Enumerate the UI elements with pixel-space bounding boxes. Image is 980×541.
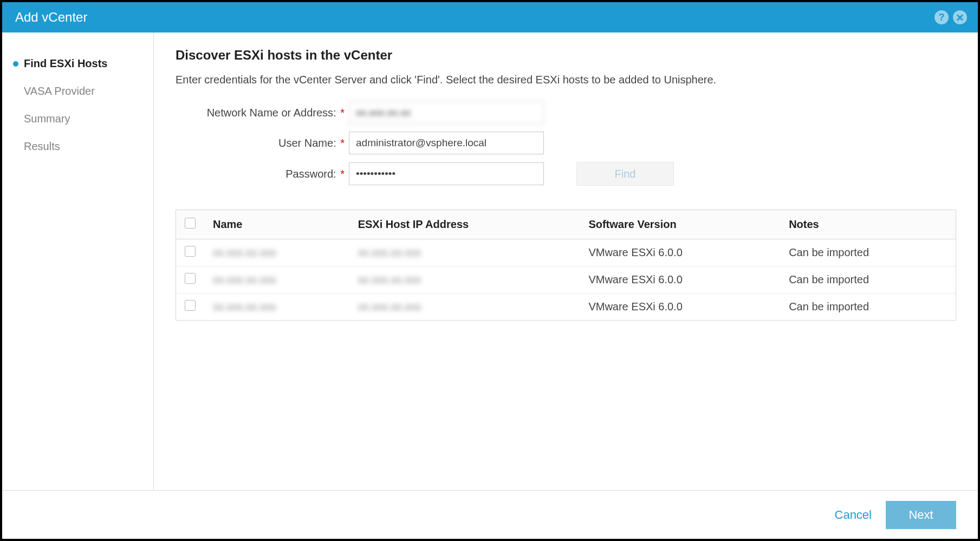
step-vasa-provider[interactable]: VASA Provider [2, 77, 153, 105]
cell-name: xx.xxx.xx.xxx [213, 301, 276, 312]
add-vcenter-dialog: Add vCenter ? Find ESXi Hosts VASA Provi… [0, 0, 980, 541]
col-notes[interactable]: Notes [780, 210, 956, 239]
wizard-steps-sidebar: Find ESXi Hosts VASA Provider Summary Re… [2, 32, 154, 490]
cell-notes: Can be imported [780, 239, 956, 266]
step-label: Find ESXi Hosts [24, 57, 107, 69]
table-header-row: Name ESXi Host IP Address Software Versi… [176, 210, 956, 239]
cell-ip: xx.xxx.xx.xxx [358, 246, 421, 258]
dialog-titlebar: Add vCenter ? [2, 2, 978, 32]
main-panel: Discover ESXi hosts in the vCenter Enter… [154, 32, 978, 490]
esxi-hosts-table: Name ESXi Host IP Address Software Versi… [176, 210, 956, 320]
select-all-header [176, 210, 204, 239]
page-heading: Discover ESXi hosts in the vCenter [176, 48, 956, 63]
username-field[interactable] [349, 132, 544, 154]
dialog-body: Find ESXi Hosts VASA Provider Summary Re… [2, 32, 978, 490]
cell-ip: xx.xxx.xx.xxx [358, 273, 421, 285]
password-row: Password: * Find [176, 162, 956, 186]
step-find-esxi-hosts[interactable]: Find ESXi Hosts [2, 50, 153, 77]
step-results[interactable]: Results [2, 133, 153, 160]
cancel-button[interactable]: Cancel [835, 508, 872, 522]
page-instruction: Enter credentials for the vCenter Server… [176, 74, 956, 86]
network-address-row: Network Name or Address: * [176, 101, 956, 124]
username-label: User Name: * [176, 137, 349, 149]
col-version[interactable]: Software Version [580, 210, 780, 239]
step-label: VASA Provider [24, 85, 95, 97]
step-summary[interactable]: Summary [2, 105, 153, 133]
esxi-hosts-table-wrap: Name ESXi Host IP Address Software Versi… [176, 210, 956, 321]
dialog-title: Add vCenter [15, 10, 87, 25]
close-icon[interactable] [953, 10, 967, 24]
required-mark: * [338, 107, 345, 119]
cell-version: VMware ESXi 6.0.0 [580, 239, 780, 266]
table-row[interactable]: xx.xxx.xx.xxx xx.xxx.xx.xxx VMware ESXi … [176, 239, 956, 266]
row-checkbox[interactable] [185, 300, 196, 311]
next-button[interactable]: Next [886, 501, 956, 529]
titlebar-icons: ? [934, 10, 967, 24]
cell-notes: Can be imported [780, 294, 956, 321]
step-label: Results [24, 140, 60, 152]
network-address-field[interactable] [349, 101, 544, 124]
table-row[interactable]: xx.xxx.xx.xxx xx.xxx.xx.xxx VMware ESXi … [176, 266, 956, 294]
row-checkbox[interactable] [185, 273, 196, 284]
row-checkbox[interactable] [185, 246, 196, 257]
credentials-form: Network Name or Address: * User Name: * … [176, 101, 956, 193]
password-field[interactable] [349, 162, 544, 185]
cell-name: xx.xxx.xx.xxx [213, 273, 276, 285]
dialog-footer: Cancel Next [2, 490, 978, 539]
select-all-checkbox[interactable] [185, 218, 196, 229]
password-label: Password: * [176, 168, 349, 180]
col-ip[interactable]: ESXi Host IP Address [349, 210, 580, 239]
required-mark: * [338, 137, 345, 149]
cell-ip: xx.xxx.xx.xxx [358, 301, 421, 312]
step-label: Summary [24, 113, 70, 125]
required-mark: * [338, 168, 345, 180]
find-button[interactable]: Find [576, 162, 674, 186]
cell-version: VMware ESXi 6.0.0 [580, 266, 780, 294]
col-name[interactable]: Name [204, 210, 349, 239]
cell-name: xx.xxx.xx.xxx [213, 246, 276, 258]
username-row: User Name: * [176, 132, 956, 154]
network-address-label: Network Name or Address: * [176, 107, 349, 119]
help-icon[interactable]: ? [934, 10, 949, 24]
cell-notes: Can be imported [780, 266, 956, 294]
table-row[interactable]: xx.xxx.xx.xxx xx.xxx.xx.xxx VMware ESXi … [176, 294, 956, 321]
cell-version: VMware ESXi 6.0.0 [580, 294, 780, 321]
